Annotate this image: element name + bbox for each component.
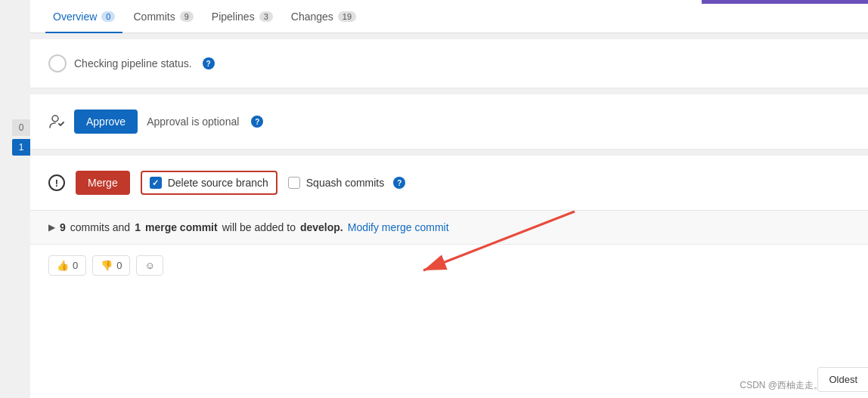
commit-count: 9: [60, 221, 66, 233]
smile-icon: ☺: [144, 260, 154, 271]
squash-help-icon[interactable]: ?: [393, 177, 405, 189]
thumbs-up-count: 0: [73, 260, 78, 271]
smile-button[interactable]: ☺: [136, 255, 163, 276]
warning-icon: !: [48, 174, 65, 191]
commits-text: commits and: [70, 221, 130, 233]
tabs-bar: Overview 0 Commits 9 Pipelines 3 Changes…: [30, 0, 868, 33]
tab-pipelines-label: Pipelines: [212, 11, 255, 23]
approval-optional-text: Approval is optional: [147, 116, 239, 128]
will-be-text: will be added to: [222, 221, 296, 233]
squash-label[interactable]: Squash commits: [306, 177, 384, 189]
section-gap-1: [30, 33, 868, 39]
section-gap-2: [30, 88, 868, 94]
tab-changes[interactable]: Changes 19: [284, 0, 364, 33]
modify-merge-commit-link[interactable]: Modify merge commit: [348, 221, 449, 233]
sidebar-badge-1: 1: [12, 139, 30, 156]
delete-branch-label[interactable]: Delete source branch: [168, 177, 268, 189]
pipeline-text: Checking pipeline status.: [74, 57, 192, 69]
approval-icon: [48, 113, 65, 130]
tab-commits-count: 9: [180, 11, 194, 22]
tab-overview-label: Overview: [53, 11, 97, 23]
reactions-row: 👍 0 👎 0 ☺: [30, 245, 868, 286]
main-content: Overview 0 Commits 9 Pipelines 3 Changes…: [30, 0, 868, 398]
tab-overview[interactable]: Overview 0: [45, 0, 122, 33]
thumbs-down-button[interactable]: 👎 0: [92, 255, 130, 276]
squash-group: Squash commits ?: [288, 177, 405, 189]
oldest-button[interactable]: Oldest: [817, 367, 868, 392]
delete-branch-checkbox[interactable]: [150, 177, 162, 189]
sidebar-badge-0: 0: [12, 119, 30, 136]
pipeline-row: Checking pipeline status. ?: [48, 54, 850, 73]
tab-overview-count: 0: [101, 11, 115, 22]
sidebar: 0 1: [0, 0, 30, 398]
commits-info-row: ▶ 9 commits and 1 merge commit will be a…: [30, 211, 868, 245]
pipeline-help-icon[interactable]: ?: [203, 57, 215, 69]
merge-button[interactable]: Merge: [76, 171, 130, 195]
svg-point-0: [52, 116, 58, 122]
pipeline-section: Checking pipeline status. ?: [30, 39, 868, 88]
merge-row: ! Merge Delete source branch Squash comm…: [48, 171, 850, 195]
thumbs-up-icon: 👍: [57, 260, 69, 271]
tab-changes-label: Changes: [291, 11, 333, 23]
pipeline-spinner: [48, 54, 67, 73]
merge-commit-text: merge commit: [145, 221, 218, 233]
thumbs-down-icon: 👎: [101, 260, 113, 271]
approval-help-icon[interactable]: ?: [251, 116, 263, 128]
person-check-icon: [48, 113, 65, 130]
tab-commits[interactable]: Commits 9: [126, 0, 200, 33]
tab-pipelines[interactable]: Pipelines 3: [204, 0, 281, 33]
section-gap-3: [30, 150, 868, 156]
thumbs-down-count: 0: [116, 260, 122, 271]
tab-pipelines-count: 3: [259, 11, 273, 22]
branch-name: develop.: [300, 221, 343, 233]
approve-button[interactable]: Approve: [74, 110, 138, 134]
approval-section: Approve Approval is optional ?: [30, 94, 868, 150]
squash-checkbox[interactable]: [288, 177, 300, 189]
top-accent-bar: [702, 0, 868, 4]
thumbs-up-button[interactable]: 👍 0: [48, 255, 86, 276]
merge-section: ! Merge Delete source branch Squash comm…: [30, 156, 868, 211]
delete-branch-group: Delete source branch: [141, 171, 277, 195]
chevron-right-icon[interactable]: ▶: [48, 222, 55, 233]
approval-row: Approve Approval is optional ?: [48, 110, 850, 134]
tab-changes-count: 19: [338, 11, 356, 22]
tab-commits-label: Commits: [133, 11, 175, 23]
merge-count: 1: [135, 221, 141, 233]
